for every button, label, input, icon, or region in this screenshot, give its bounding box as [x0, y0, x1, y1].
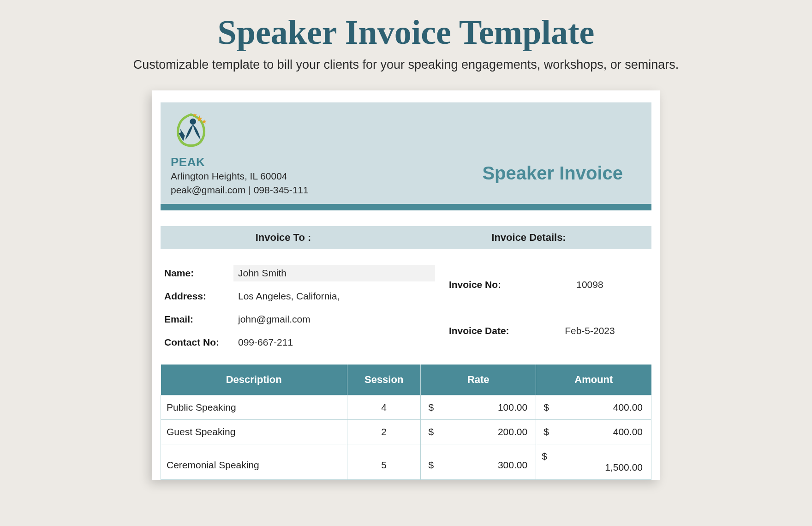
value-contact: 099-667-211: [233, 334, 435, 351]
company-address: Arlington Heights, IL 60004: [171, 169, 309, 183]
info-grid: Name: John Smith Address: Los Angeles, C…: [161, 249, 651, 361]
company-block: PEAK Arlington Heights, IL 60004 peak@gm…: [171, 111, 309, 197]
cell-rate: $200.00: [421, 419, 536, 444]
invoice-details-block: Invoice No: 10098 Invoice Date: Feb-5-20…: [435, 265, 648, 351]
company-contact: peak@gmail.com | 098-345-111: [171, 183, 309, 197]
table-row: Ceremonial Speaking 5 $300.00 $ 1,500.00: [161, 444, 651, 479]
label-contact: Contact No:: [164, 337, 233, 348]
table-row: Guest Speaking 2 $200.00 $400.00: [161, 419, 651, 444]
label-invoice-date: Invoice Date:: [449, 325, 532, 336]
company-logo: [171, 111, 309, 151]
page-title: Speaker Invoice Template: [0, 13, 812, 52]
cell-session: 2: [347, 419, 420, 444]
amount-value: 1,500.00: [605, 462, 645, 473]
peak-logo-icon: [171, 111, 211, 149]
label-invoice-no: Invoice No:: [449, 279, 532, 290]
cell-rate: $300.00: [421, 444, 536, 479]
rate-value: 300.00: [498, 460, 530, 471]
invoice-banner: PEAK Arlington Heights, IL 60004 peak@gm…: [161, 102, 651, 204]
value-invoice-no: 10098: [532, 276, 648, 293]
amount-value: 400.00: [613, 426, 645, 437]
currency-symbol: $: [542, 426, 549, 437]
line-items-table: Description Session Rate Amount Public S…: [161, 365, 651, 480]
invoice-title: Speaker Invoice: [482, 163, 641, 197]
currency-symbol: $: [542, 402, 549, 413]
cell-session: 5: [347, 444, 420, 479]
label-email: Email:: [164, 314, 233, 325]
rate-value: 200.00: [498, 426, 530, 437]
cell-description: Public Speaking: [161, 395, 347, 419]
cell-rate: $100.00: [421, 395, 536, 419]
table-row: Public Speaking 4 $100.00 $400.00: [161, 395, 651, 419]
currency-symbol: $: [426, 426, 434, 437]
value-email: john@gmail.com: [233, 311, 435, 328]
invoice-document: PEAK Arlington Heights, IL 60004 peak@gm…: [152, 90, 660, 480]
label-address: Address:: [164, 291, 233, 302]
svg-point-0: [190, 119, 196, 125]
page-header: Speaker Invoice Template Customizable te…: [0, 0, 812, 72]
col-header-session: Session: [347, 365, 420, 395]
col-header-amount: Amount: [536, 365, 651, 395]
col-header-rate: Rate: [421, 365, 536, 395]
cell-description: Ceremonial Speaking: [161, 444, 347, 479]
value-invoice-date: Feb-5-2023: [532, 323, 648, 339]
rate-value: 100.00: [498, 402, 530, 413]
cell-session: 4: [347, 395, 420, 419]
section-head-invoice-to: Invoice To :: [161, 226, 406, 249]
invoice-to-block: Name: John Smith Address: Los Angeles, C…: [164, 265, 435, 351]
value-address: Los Angeles, California,: [233, 288, 435, 305]
section-head-invoice-details: Invoice Details:: [406, 226, 651, 249]
label-name: Name:: [164, 268, 233, 279]
cell-amount: $ 1,500.00: [536, 444, 651, 479]
company-name: PEAK: [171, 155, 309, 169]
cell-description: Guest Speaking: [161, 419, 347, 444]
accent-bar: [161, 204, 651, 210]
amount-value: 400.00: [613, 402, 645, 413]
page-subtitle: Customizable template to bill your clien…: [0, 58, 812, 72]
col-header-description: Description: [161, 365, 347, 395]
currency-symbol: $: [426, 460, 434, 471]
value-name: John Smith: [233, 265, 435, 281]
cell-amount: $400.00: [536, 395, 651, 419]
section-header-row: Invoice To : Invoice Details:: [161, 226, 651, 249]
cell-amount: $400.00: [536, 419, 651, 444]
currency-symbol: $: [542, 451, 547, 462]
currency-symbol: $: [426, 402, 434, 413]
